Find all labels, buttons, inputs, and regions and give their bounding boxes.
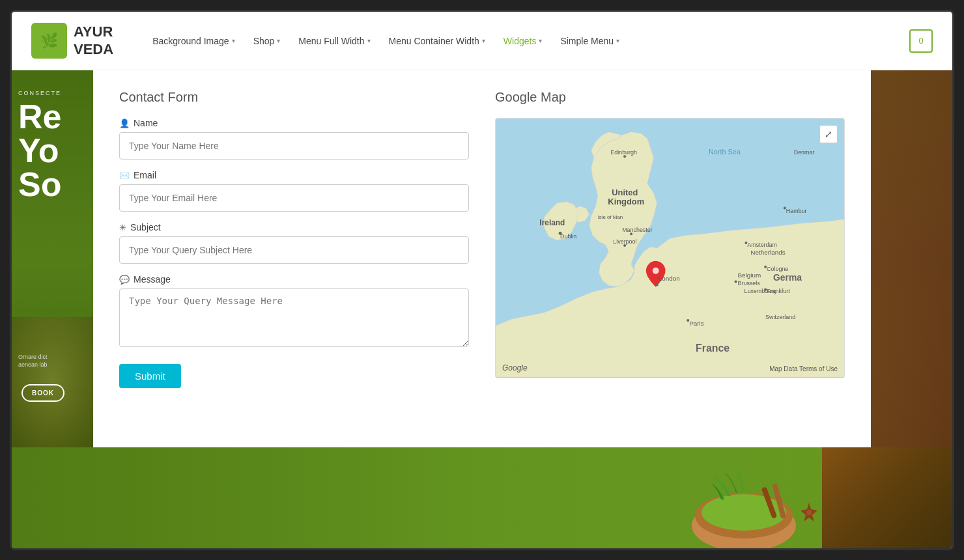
svg-text:Paris: Paris [689, 320, 704, 327]
nav-item-menu-full-width[interactable]: Menu Full Width ▾ [298, 36, 370, 46]
svg-text:Denmar: Denmar [794, 149, 815, 156]
map-terms: Map Data Terms of Use [769, 365, 838, 372]
name-field-group: 👤 Name [119, 118, 469, 160]
svg-text:Netherlands: Netherlands [750, 249, 785, 256]
svg-point-35 [653, 268, 659, 274]
svg-point-19 [623, 155, 626, 158]
svg-text:Amsterdam: Amsterdam [747, 242, 777, 248]
svg-point-9 [764, 266, 767, 268]
svg-point-24 [630, 232, 632, 235]
name-label: 👤 Name [119, 118, 469, 128]
chevron-down-icon: ▾ [616, 37, 619, 44]
svg-text:Brussels: Brussels [738, 280, 761, 287]
email-field-group: ✉️ Email [119, 170, 469, 212]
cart-count: 0 [918, 36, 923, 46]
center-content: Contact Form 👤 Name ✉️ Email [93, 70, 871, 447]
svg-point-37 [656, 283, 659, 286]
banner-small-text: CONSECTE [18, 90, 87, 96]
svg-text:Manchester: Manchester [622, 227, 653, 233]
email-input[interactable] [119, 184, 469, 212]
email-icon: ✉️ [119, 171, 130, 180]
svg-text:Kingdom: Kingdom [608, 197, 644, 206]
logo-icon: 🌿 [31, 23, 67, 59]
svg-text:Frankfurt: Frankfurt [767, 288, 790, 294]
logo[interactable]: 🌿 AYUR VEDA [31, 23, 113, 59]
map-title: Google Map [495, 90, 845, 105]
svg-text:Liverpool: Liverpool [613, 238, 636, 245]
site-header: 🌿 AYUR VEDA Background Image ▾ Shop ▾ Me… [12, 12, 952, 70]
subject-input[interactable] [119, 236, 469, 264]
svg-point-13 [744, 242, 747, 244]
map-expand-button[interactable]: ⤢ [819, 125, 838, 143]
svg-text:Edinburgh: Edinburgh [610, 149, 637, 156]
message-textarea[interactable] [119, 288, 469, 347]
banner-text: CONSECTE Re Yo So [18, 90, 87, 201]
svg-point-26 [623, 244, 626, 247]
svg-text:Dublin: Dublin [560, 233, 576, 240]
map-watermark: Google [502, 363, 528, 372]
svg-point-15 [687, 319, 689, 322]
nav-item-simple-menu[interactable]: Simple Menu ▾ [560, 36, 619, 46]
asterisk-icon: ✳ [119, 223, 126, 232]
user-icon: 👤 [119, 119, 130, 128]
logo-text: AYUR VEDA [74, 23, 113, 58]
svg-text:Cologne: Cologne [767, 266, 788, 272]
svg-point-41 [806, 510, 812, 515]
chevron-down-icon: ▾ [232, 37, 235, 44]
chevron-down-icon: ▾ [539, 37, 542, 44]
svg-point-11 [764, 288, 767, 290]
contact-form-section: Contact Form 👤 Name ✉️ Email [119, 90, 469, 388]
svg-text:Switzerland: Switzerland [765, 314, 795, 320]
svg-text:France: France [696, 343, 730, 354]
chevron-down-icon: ▾ [482, 37, 485, 44]
subject-label: ✳ Subject [119, 222, 469, 232]
map-section: Google Map [495, 90, 845, 388]
svg-text:Ireland: Ireland [539, 218, 565, 227]
svg-text:Hambur: Hambur [786, 208, 807, 214]
banner-big-text: Re Yo So [18, 100, 87, 201]
expand-icon: ⤢ [825, 129, 832, 139]
nav-item-menu-container-width[interactable]: Menu Container Width ▾ [389, 36, 485, 46]
message-label: 💬 Message [119, 274, 469, 285]
svg-point-31 [784, 207, 786, 210]
main-content: CONSECTE Re Yo So Ornare dictaenean lab … [12, 70, 952, 447]
subject-field-group: ✳ Subject [119, 222, 469, 264]
svg-text:London: London [659, 275, 680, 282]
name-input[interactable] [119, 132, 469, 160]
chevron-down-icon: ▾ [277, 37, 280, 44]
svg-text:Isle of Man: Isle of Man [598, 214, 623, 220]
nav-item-background-image[interactable]: Background Image ▾ [152, 36, 235, 46]
svg-text:United: United [612, 188, 638, 197]
svg-point-7 [735, 281, 737, 283]
nav-item-shop[interactable]: Shop ▾ [253, 36, 281, 46]
book-button[interactable]: BOOK [21, 384, 64, 402]
google-map[interactable]: France Germa Netherlands Belgium [495, 118, 845, 378]
left-banner: CONSECTE Re Yo So Ornare dictaenean lab … [12, 70, 93, 447]
comment-icon: 💬 [119, 275, 130, 285]
nav-item-widgets[interactable]: Widgets ▾ [503, 36, 543, 46]
two-column-layout: Contact Form 👤 Name ✉️ Email [119, 90, 845, 388]
main-nav: Background Image ▾ Shop ▾ Menu Full Widt… [152, 36, 903, 46]
submit-button[interactable]: Submit [119, 364, 181, 388]
contact-form-title: Contact Form [119, 90, 469, 105]
chevron-down-icon: ▾ [367, 37, 371, 44]
message-field-group: 💬 Message [119, 274, 469, 350]
svg-text:Belgium: Belgium [738, 272, 761, 279]
email-label: ✉️ Email [119, 170, 469, 180]
svg-text:Germa: Germa [773, 272, 802, 283]
cart-button[interactable]: 0 [909, 29, 933, 53]
bottom-section [12, 447, 952, 548]
svg-point-28 [559, 232, 562, 235]
svg-text:North Sea: North Sea [709, 148, 741, 156]
banner-description: Ornare dictaenean lab [18, 353, 87, 369]
right-banner [871, 70, 952, 447]
